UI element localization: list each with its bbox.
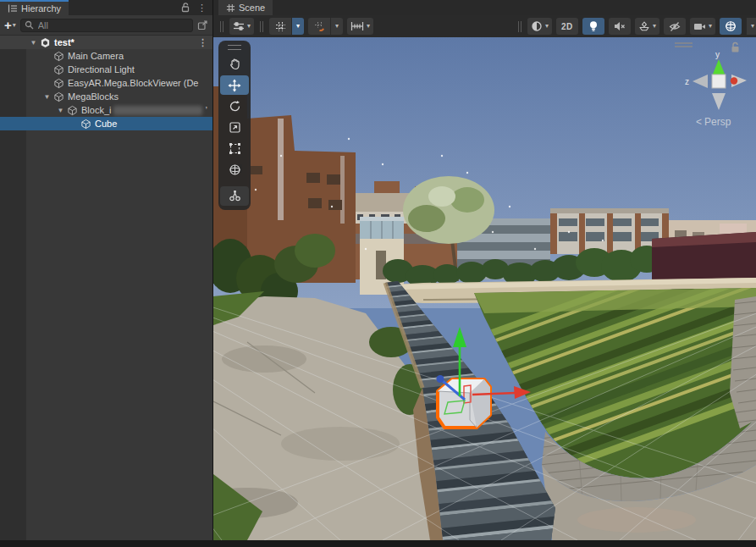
row-label: Cube	[95, 119, 117, 129]
chevron-down-icon: ▾	[335, 23, 339, 30]
tab-scene-label: Scene	[239, 3, 265, 13]
tab-hierarchy-label: Hierarchy	[21, 3, 61, 14]
audio-mute-toggle[interactable]	[609, 18, 631, 35]
row-label-suffix: ’	[205, 105, 207, 115]
row-label: MegaBlocks	[68, 91, 119, 102]
toolbar-drag-handle[interactable]	[220, 21, 223, 32]
row-label: Directional Light	[68, 64, 135, 75]
hierarchy-row-blockviewer[interactable]: EasyAR.Mega.BlockViewer (De	[0, 76, 212, 90]
chevron-down-icon: ▾	[367, 23, 370, 30]
search-icon	[25, 20, 34, 30]
foldout-icon[interactable]: ▼	[55, 107, 66, 114]
view-hand-tool-button[interactable]	[220, 54, 249, 74]
chevron-down-icon: ▾	[709, 23, 712, 30]
scene-tabbar: Scene	[213, 0, 756, 15]
hierarchy-row-directional-light[interactable]: Directional Light	[0, 63, 212, 76]
toolbar-drag-handle[interactable]	[260, 21, 263, 32]
scene-toolbar: ▾ ▾ ▾ ▾	[213, 15, 756, 37]
tools-overlay	[218, 41, 251, 210]
scene-viewport[interactable]: y z < Persp	[213, 37, 756, 540]
chevron-down-icon: ▾	[13, 22, 16, 29]
gameobject-cube-icon	[80, 118, 91, 130]
scene-kebab-icon[interactable]: ⋮	[198, 38, 212, 47]
projection-arrow[interactable]: <	[696, 116, 702, 128]
unity-editor-window: Hierarchy ⋮ + ▾	[0, 0, 756, 547]
gizmos-dropdown[interactable]: ▾	[746, 18, 756, 35]
draw-mode-dropdown[interactable]: ▾	[229, 18, 254, 35]
hierarchy-row-megablocks[interactable]: ▼ MegaBlocks	[0, 90, 212, 103]
chevron-down-icon: ▾	[545, 23, 549, 30]
popout-window-icon[interactable]	[197, 19, 208, 30]
chevron-down-icon: ▾	[296, 23, 300, 30]
axis-y-label: y	[715, 50, 720, 59]
gameobject-cube-icon	[52, 91, 64, 102]
hierarchy-row-cube[interactable]: Cube	[0, 117, 212, 130]
gameobject-cube-icon	[52, 64, 64, 75]
projection-label[interactable]: Persp	[704, 116, 731, 128]
row-label: Main Camera	[68, 51, 124, 61]
gameobject-cube-icon	[52, 77, 64, 89]
mode-2d-toggle[interactable]: 2D	[556, 18, 578, 35]
scene-3d-render[interactable]: y z < Persp	[213, 37, 756, 540]
gameobject-cube-icon	[52, 50, 64, 62]
hierarchy-row-main-camera[interactable]: Main Camera	[0, 49, 212, 63]
scene-panel: Scene ▾ ▾	[213, 0, 756, 540]
gizmo-center-cube[interactable]	[712, 75, 726, 88]
tab-hierarchy[interactable]: Hierarchy	[0, 0, 69, 15]
hierarchy-row-scene[interactable]: ▼ test* ⋮	[0, 36, 212, 49]
rect-tool-button[interactable]	[220, 139, 249, 158]
rotate-tool-button[interactable]	[220, 97, 249, 116]
transform-tool-button[interactable]	[220, 160, 249, 180]
scene-name-label: test*	[54, 37, 74, 47]
axis-z-label: z	[685, 77, 689, 86]
redacted-text	[113, 106, 202, 115]
unlock-icon[interactable]	[181, 3, 190, 13]
tabbar-spacer	[273, 0, 756, 15]
toolbar-drag-handle[interactable]	[518, 21, 521, 32]
search-input[interactable]	[36, 19, 189, 31]
gizmo-z-handle[interactable]	[437, 375, 444, 383]
scene-lighting-toggle[interactable]	[582, 18, 604, 35]
tab-scene[interactable]: Scene	[218, 0, 273, 15]
hierarchy-tabbar: Hierarchy ⋮	[0, 0, 212, 15]
panel-menu-icon	[8, 3, 18, 14]
hierarchy-tree[interactable]: ▼ test* ⋮ Main Camera	[0, 36, 212, 540]
foldout-icon[interactable]: ▼	[41, 93, 52, 101]
gizmos-toggle[interactable]	[720, 18, 742, 35]
gizmo-y-arrowhead[interactable]	[453, 327, 466, 347]
shading-mode-dropdown[interactable]: ▾	[527, 18, 552, 35]
foldout-icon[interactable]: ▼	[28, 39, 39, 47]
chevron-down-icon: ▾	[247, 23, 251, 30]
overlay-drag-handle[interactable]	[228, 45, 241, 50]
scale-tool-button[interactable]	[220, 118, 249, 137]
tabbar-spacer	[69, 0, 175, 15]
row-label: Block_i	[81, 105, 111, 115]
selected-cube[interactable]	[438, 379, 490, 428]
hierarchy-row-block[interactable]: ▼ Block_i ’	[0, 103, 212, 117]
snap-settings-dropdown[interactable]: ▾	[330, 18, 343, 35]
chevron-down-icon: ▾	[751, 23, 754, 30]
snap-increment-dropdown[interactable]: ▾	[347, 18, 373, 35]
scene-camera-dropdown[interactable]: ▾	[690, 18, 715, 35]
create-object-button[interactable]: + ▾	[4, 19, 16, 31]
chevron-down-icon: ▾	[653, 23, 656, 30]
panel-kebab-icon[interactable]: ⋮	[197, 3, 207, 13]
window-bottom-edge	[0, 540, 756, 547]
move-tool-button[interactable]	[220, 75, 249, 95]
scene-visibility-toggle[interactable]	[664, 18, 686, 35]
gizmo-x-cap[interactable]	[731, 77, 737, 84]
unity-scene-icon	[39, 36, 51, 48]
grid-visibility-toggle[interactable]	[269, 18, 291, 35]
snap-grid-toggle[interactable]	[308, 18, 330, 35]
hierarchy-toolbar: + ▾	[0, 15, 212, 36]
grid-settings-dropdown[interactable]: ▾	[291, 18, 304, 35]
mode-2d-label: 2D	[561, 22, 573, 31]
plus-icon: +	[4, 19, 12, 31]
custom-editor-tools-button[interactable]	[220, 186, 249, 206]
effects-dropdown[interactable]: ▾	[635, 18, 659, 35]
row-label: EasyAR.Mega.BlockViewer (De	[68, 78, 198, 88]
gameobject-cube-icon	[66, 104, 78, 116]
scene-grid-icon	[226, 3, 235, 13]
hierarchy-search[interactable]	[20, 19, 193, 32]
hierarchy-panel: Hierarchy ⋮ + ▾	[0, 0, 213, 540]
